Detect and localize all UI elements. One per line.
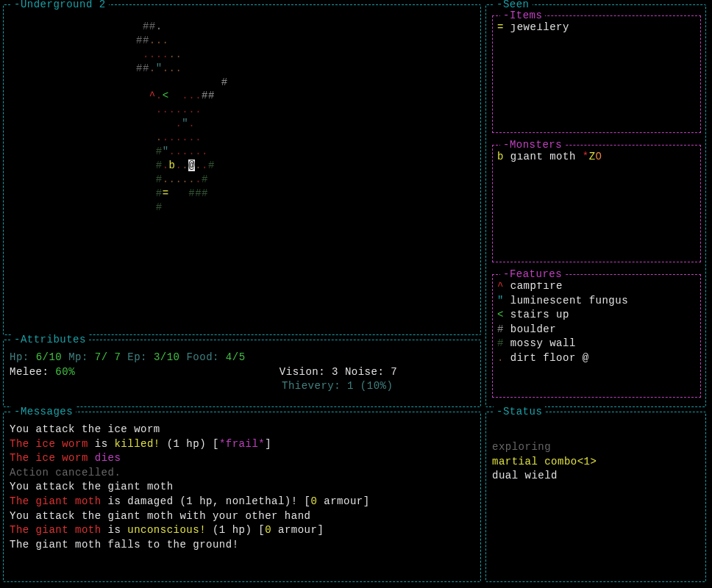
monsters-subpanel: -Monsters b giant moth *ZO — [492, 145, 701, 262]
attributes-panel: -Attributes Hp: 6/10 Mp: 7/ 7 Ep: 3/10 F… — [3, 340, 481, 407]
message-line: You attack the ice worm — [10, 423, 474, 437]
message-line: The giant moth is damaged (1 hp, nonleth… — [10, 495, 474, 509]
hp-value: 6/10 — [36, 351, 63, 363]
status-line: dual wield — [492, 469, 699, 484]
vision-label: Vision: — [280, 366, 325, 378]
mp-value: 7/ 7 — [95, 351, 121, 363]
map-panel[interactable]: -Underground 2 ##. ##... ...... ##."... … — [3, 4, 481, 335]
message-line: The giant moth is unconscious! (1 hp) [0… — [10, 523, 474, 538]
list-item[interactable]: < stairs up — [497, 308, 696, 323]
mp-label: Mp: — [68, 351, 88, 363]
status-title: -Status — [494, 405, 545, 420]
thievery-label: Thievery: — [282, 380, 341, 392]
melee-value: 60% — [55, 366, 75, 378]
status-list: exploringmartial combo<1>dual wield — [492, 440, 699, 484]
message-line: The ice worm dies — [10, 451, 474, 466]
map-title: -Underground 2 — [11, 0, 109, 12]
items-title: -Items — [500, 9, 545, 24]
status-line: martial combo<1> — [492, 455, 699, 470]
messages-title: -Messages — [11, 405, 76, 420]
message-line: The giant moth falls to the ground! — [10, 538, 474, 553]
features-subpanel: -Features ^ campfire" luminescent fungus… — [492, 274, 701, 398]
thievery-value: 1 (10%) — [347, 380, 393, 392]
features-title: -Features — [500, 268, 565, 282]
food-label: Food: — [186, 351, 219, 363]
ep-label: Ep: — [127, 351, 147, 363]
vision-value: 3 — [332, 366, 338, 378]
game-map[interactable]: ##. ##... ...... ##."... # ^.< ...## ...… — [136, 20, 228, 214]
melee-label: Melee: — [10, 366, 49, 378]
seen-panel: -Seen -Items = jewellery -Monsters b gia… — [485, 4, 706, 407]
ep-value: 3/10 — [154, 351, 180, 363]
message-line: The ice worm is killed! (1 hp) [*frail*] — [10, 437, 474, 452]
features-list: ^ campfire" luminescent fungus< stairs u… — [497, 279, 696, 366]
message-line: You attack the giant moth — [10, 480, 474, 495]
list-item[interactable]: . dirt floor @ — [497, 351, 696, 366]
message-line: Action cancelled. — [10, 466, 474, 481]
hp-label: Hp: — [10, 351, 29, 363]
messages-panel: -Messages You attack the ice wormThe ice… — [3, 412, 481, 582]
list-item[interactable]: # mossy wall — [497, 337, 696, 351]
list-item[interactable]: " luminescent fungus — [497, 294, 696, 309]
message-line: You attack the giant moth with your othe… — [10, 509, 474, 524]
attributes-title: -Attributes — [11, 333, 89, 348]
status-panel: -Status exploringmartial combo<1>dual wi… — [485, 412, 706, 582]
messages-list: You attack the ice wormThe ice worm is k… — [10, 423, 474, 552]
status-line: exploring — [492, 440, 699, 455]
food-value: 4/5 — [226, 351, 246, 363]
monsters-title: -Monsters — [500, 138, 565, 153]
list-item[interactable]: # boulder — [497, 323, 696, 337]
items-subpanel: -Items = jewellery — [492, 15, 701, 133]
noise-label: Noise: — [345, 366, 384, 378]
noise-value: 7 — [391, 366, 397, 378]
